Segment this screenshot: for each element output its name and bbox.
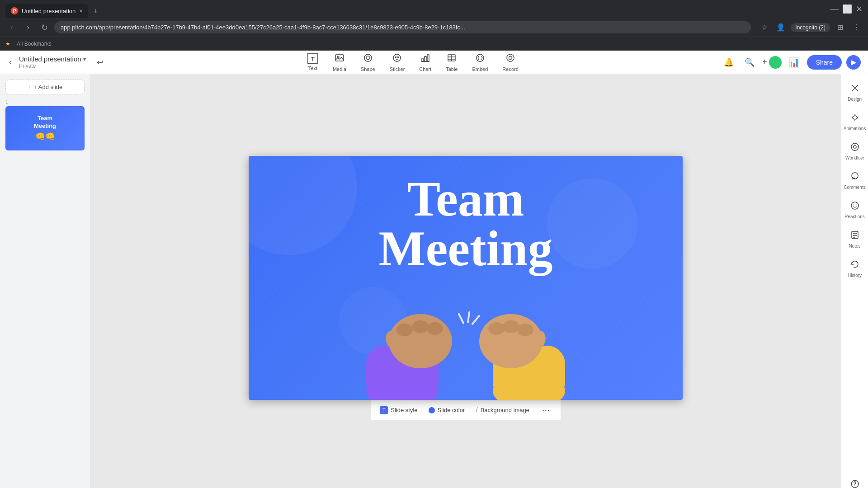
toolbar-media[interactable]: Media bbox=[326, 50, 354, 75]
slide-title-line2: Meeting bbox=[379, 224, 553, 273]
shape-label: Shape bbox=[361, 66, 375, 72]
undo-button[interactable]: ↩ bbox=[95, 56, 105, 69]
svg-point-2 bbox=[364, 54, 372, 61]
bookmark-button[interactable]: ☆ bbox=[758, 21, 771, 34]
menu-button[interactable]: ⋮ bbox=[850, 21, 863, 34]
shape-icon bbox=[363, 53, 373, 65]
svg-point-40 bbox=[854, 145, 856, 148]
history-icon bbox=[850, 259, 860, 272]
present-analytics-button[interactable]: 📊 bbox=[786, 54, 802, 70]
toolbar-table[interactable]: Table bbox=[439, 50, 465, 75]
help-button[interactable] bbox=[842, 474, 868, 488]
window-controls: — ⬜ ✕ bbox=[830, 4, 863, 14]
workflow-icon bbox=[850, 142, 860, 154]
search-button[interactable]: 🔍 bbox=[741, 54, 758, 70]
present-button[interactable]: ▶ bbox=[846, 55, 861, 70]
chart-label: Chart bbox=[419, 66, 431, 72]
svg-point-42 bbox=[851, 202, 859, 209]
forward-button[interactable]: › bbox=[22, 21, 34, 34]
reactions-icon bbox=[850, 201, 860, 213]
slide-item-1[interactable]: 1 Team Meeting 👊👊 bbox=[5, 99, 85, 150]
new-tab-button[interactable]: + bbox=[89, 5, 101, 18]
user-avatar bbox=[769, 56, 782, 69]
minimize-button[interactable]: — bbox=[830, 4, 839, 14]
tab-title: Untitled presentation bbox=[22, 8, 75, 14]
workflow-panel-button[interactable]: Workflow bbox=[842, 137, 868, 165]
svg-point-4 bbox=[393, 54, 401, 61]
bookmarks-star-icon: ★ bbox=[5, 41, 10, 47]
comments-icon bbox=[850, 171, 860, 183]
share-button[interactable]: Share bbox=[807, 55, 842, 70]
tabs-container: P Untitled presentation × + bbox=[5, 0, 101, 18]
main-area: + + Add slide 1 Team Meeting 👊👊 bbox=[0, 74, 868, 488]
slide-style-icon: T bbox=[380, 406, 388, 414]
bg-decoration-1 bbox=[249, 156, 357, 255]
svg-point-23 bbox=[427, 322, 443, 335]
toolbar-chart[interactable]: Chart bbox=[412, 50, 439, 75]
svg-point-17 bbox=[509, 56, 512, 59]
notifications-button[interactable]: 🔔 bbox=[721, 54, 737, 70]
close-window-button[interactable]: ✕ bbox=[856, 4, 863, 14]
all-bookmarks-link[interactable]: All Bookmarks bbox=[14, 40, 54, 48]
svg-point-22 bbox=[412, 320, 429, 333]
presentation-info: Untitled presentation ▾ Private bbox=[19, 55, 86, 69]
design-label: Design bbox=[848, 97, 862, 102]
back-to-dashboard-button[interactable]: ‹ bbox=[7, 56, 14, 69]
table-icon bbox=[447, 53, 457, 65]
toolbar-record[interactable]: Record bbox=[495, 50, 525, 75]
svg-rect-8 bbox=[425, 56, 426, 61]
record-label: Record bbox=[502, 66, 518, 72]
toolbar-sticker[interactable]: Sticker bbox=[382, 50, 412, 75]
slide-thumb-title-line2: Meeting bbox=[34, 122, 56, 130]
slide-thumb-emoji: 👊👊 bbox=[34, 131, 56, 142]
canvas-area: Team Meeting bbox=[90, 74, 841, 488]
title-dropdown-caret[interactable]: ▾ bbox=[83, 56, 86, 62]
slide-style-button[interactable]: T Slide style bbox=[380, 406, 417, 414]
slide-canvas[interactable]: Team Meeting bbox=[249, 156, 683, 400]
profile-button[interactable]: 👤 bbox=[774, 21, 787, 34]
media-label: Media bbox=[333, 66, 346, 72]
design-icon bbox=[850, 83, 860, 95]
table-label: Table bbox=[446, 66, 458, 72]
reactions-panel-button[interactable]: Reactions bbox=[842, 196, 868, 224]
app-container: ‹ Untitled presentation ▾ Private ↩ T Te… bbox=[0, 51, 868, 488]
svg-point-43 bbox=[853, 205, 854, 206]
slide-thumbnail-1[interactable]: Team Meeting 👊👊 bbox=[5, 106, 85, 150]
slide-number-1: 1 bbox=[5, 99, 85, 104]
active-tab[interactable]: P Untitled presentation × bbox=[5, 4, 88, 18]
chart-icon bbox=[420, 53, 430, 65]
tab-close-button[interactable]: × bbox=[79, 7, 83, 14]
nav-right-controls: ☆ 👤 Incognito (2) ⊞ ⋮ bbox=[758, 21, 863, 34]
workflow-label: Workflow bbox=[845, 155, 864, 160]
add-slide-button[interactable]: + + Add slide bbox=[5, 80, 85, 94]
browser-tab-bar: P Untitled presentation × + — ⬜ ✕ bbox=[0, 0, 868, 18]
background-image-icon: / bbox=[476, 406, 477, 414]
svg-point-21 bbox=[396, 324, 413, 336]
help-icon bbox=[850, 479, 860, 488]
toolbar-shape[interactable]: Shape bbox=[354, 50, 382, 75]
toolbar-text[interactable]: T Text bbox=[300, 51, 326, 74]
notes-label: Notes bbox=[849, 244, 860, 249]
maximize-button[interactable]: ⬜ bbox=[842, 4, 852, 14]
comments-panel-button[interactable]: Comments bbox=[842, 167, 868, 194]
back-button[interactable]: ‹ bbox=[5, 21, 18, 34]
address-bar[interactable] bbox=[54, 21, 751, 33]
history-panel-button[interactable]: History bbox=[842, 255, 868, 282]
background-image-button[interactable]: / Background image bbox=[476, 406, 529, 414]
animations-panel-button[interactable]: Animations bbox=[842, 108, 868, 136]
notes-panel-button[interactable]: Notes bbox=[842, 225, 868, 253]
bookmarks-bar: ★ All Bookmarks bbox=[0, 37, 868, 51]
toolbar-embed[interactable]: Embed bbox=[465, 50, 495, 75]
media-icon bbox=[335, 53, 344, 65]
add-slide-label: + Add slide bbox=[33, 84, 62, 90]
design-panel-button[interactable]: Design bbox=[842, 79, 868, 106]
extensions-button[interactable]: ⊞ bbox=[834, 21, 846, 34]
slide-thumb-text: Team Meeting 👊👊 bbox=[34, 115, 56, 142]
svg-point-28 bbox=[488, 322, 505, 335]
slide-color-button[interactable]: Slide color bbox=[429, 407, 465, 413]
svg-rect-0 bbox=[335, 55, 344, 61]
more-options-button[interactable]: ··· bbox=[540, 405, 552, 415]
add-collaborator-area[interactable]: + bbox=[762, 56, 782, 69]
reload-button[interactable]: ↻ bbox=[38, 21, 51, 34]
animations-label: Animations bbox=[844, 126, 866, 131]
